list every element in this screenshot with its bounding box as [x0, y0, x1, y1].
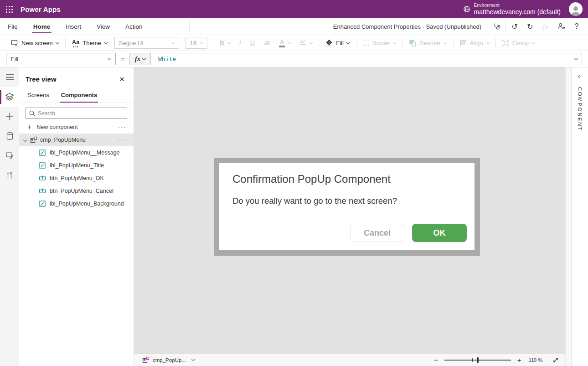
- zoom-slider[interactable]: [444, 357, 511, 363]
- strikethrough-button[interactable]: ab: [259, 36, 274, 49]
- avatar[interactable]: [569, 2, 583, 16]
- ok-button[interactable]: OK: [412, 224, 467, 242]
- environment-name: matthewdevaney.com (default): [474, 8, 561, 15]
- underline-button[interactable]: U: [246, 36, 259, 49]
- chevron-down-icon: [191, 357, 195, 361]
- tree-item-component[interactable]: cmp_PopUpMenu ···: [19, 134, 134, 146]
- tab-screens[interactable]: Screens: [27, 89, 49, 103]
- theme-button[interactable]: Aa Theme: [67, 36, 112, 49]
- tree-item-label: lbl_PopUpMenu__Message: [50, 149, 120, 156]
- app-title: Power Apps: [21, 5, 61, 13]
- chevron-down-icon: [227, 40, 231, 44]
- formula-expand-chevron-icon[interactable]: [574, 57, 578, 60]
- tree-item-button-cancel[interactable]: btn_PopUpMenu_Cancel: [19, 185, 134, 197]
- property-select[interactable]: Fill: [6, 53, 116, 65]
- more-options-icon[interactable]: ···: [118, 124, 126, 130]
- cancel-button[interactable]: Cancel: [350, 224, 404, 242]
- tree-search-box[interactable]: [26, 108, 127, 119]
- environment-label: Environment: [474, 3, 561, 8]
- chevron-down-icon: [393, 40, 397, 44]
- current-component-name: cmp_PopUp...: [153, 357, 186, 363]
- formula-input[interactable]: [151, 56, 575, 62]
- reorder-icon: [409, 40, 416, 46]
- redo-icon[interactable]: ↻: [523, 20, 537, 33]
- undo-icon[interactable]: ↺: [508, 20, 521, 33]
- font-size-value: 16: [190, 40, 196, 46]
- italic-button[interactable]: I: [235, 36, 246, 49]
- theme-icon: Aa: [72, 39, 80, 47]
- popup-background-overlay[interactable]: Confirmation PopUp Component Do you real…: [214, 158, 480, 256]
- more-options-icon[interactable]: ···: [118, 137, 126, 143]
- font-color-icon: A: [279, 39, 285, 47]
- chevron-down-icon[interactable]: [23, 138, 27, 142]
- chevron-down-icon: [108, 57, 111, 60]
- globe-icon: [463, 5, 470, 13]
- zoom-in-button[interactable]: +: [517, 356, 521, 363]
- rail-hamburger-icon[interactable]: [0, 67, 19, 87]
- fill-label: Fill: [336, 40, 344, 46]
- close-icon[interactable]: ×: [117, 74, 127, 84]
- rail-data-icon[interactable]: [0, 126, 19, 146]
- formula-input-box: fx: [129, 53, 582, 65]
- divider: [488, 21, 488, 31]
- waffle-menu-icon[interactable]: [0, 0, 18, 18]
- new-screen-button[interactable]: New screen: [6, 36, 63, 49]
- zoom-out-button[interactable]: −: [434, 356, 438, 363]
- tree-item-label-title[interactable]: lbl_PopUpMenu_Title: [19, 159, 134, 172]
- equals-sign: =: [116, 55, 129, 63]
- tree-item-button-ok[interactable]: btn_PopUpMenu_OK: [19, 172, 134, 185]
- button-control-icon: [39, 175, 46, 182]
- menu-insert[interactable]: Insert: [58, 18, 89, 35]
- border-label: Border: [372, 40, 390, 46]
- help-icon[interactable]: ?: [570, 20, 583, 33]
- menu-home[interactable]: Home: [26, 18, 58, 35]
- component-icon: [142, 356, 150, 364]
- current-component-selector[interactable]: cmp_PopUp...: [142, 356, 195, 364]
- divider: [402, 38, 403, 48]
- reorder-button[interactable]: Reorder: [405, 36, 451, 49]
- share-person-icon[interactable]: [554, 20, 568, 33]
- zoom-slider-handle[interactable]: [477, 357, 479, 363]
- property-value: Fill: [11, 56, 18, 62]
- design-canvas[interactable]: Confirmation PopUp Component Do you real…: [134, 67, 565, 353]
- new-component-label: New component: [36, 124, 77, 130]
- tab-components[interactable]: Components: [61, 89, 97, 103]
- canvas-scrollbar[interactable]: [565, 67, 571, 366]
- rail-advanced-tools-icon[interactable]: [0, 165, 19, 185]
- text-align-button[interactable]: [295, 36, 317, 49]
- font-size-select[interactable]: 16: [186, 37, 207, 49]
- fx-button[interactable]: fx: [130, 53, 151, 65]
- tree-item-label: lbl_PopUpMenu_Title: [50, 162, 104, 169]
- environment-picker[interactable]: Environment matthewdevaney.com (default): [463, 3, 561, 15]
- tree-item-label-background[interactable]: lbl_PopUpMenu_Background: [19, 197, 134, 210]
- fx-icon: fx: [135, 55, 141, 63]
- expand-panel-button[interactable]: [572, 67, 588, 84]
- divider: [505, 21, 506, 31]
- tree-view-tabs: Screens Components: [19, 89, 134, 103]
- tree-item-label: btn_PopUpMenu_OK: [50, 175, 104, 181]
- align-button[interactable]: Align: [455, 36, 494, 49]
- confirmation-dialog[interactable]: Confirmation PopUp Component Do you real…: [219, 163, 475, 250]
- rail-insert-icon[interactable]: [0, 107, 19, 126]
- new-component-button[interactable]: + New component ···: [19, 121, 134, 134]
- tree-item-label-message[interactable]: lbl_PopUpMenu__Message: [19, 146, 134, 159]
- fit-to-window-icon[interactable]: [552, 357, 559, 363]
- bold-button[interactable]: B: [215, 36, 235, 49]
- chevron-down-icon: [103, 40, 107, 44]
- left-rail: [0, 67, 19, 366]
- group-button[interactable]: Group: [498, 36, 539, 49]
- border-button[interactable]: Border: [358, 36, 401, 49]
- menu-file[interactable]: File: [0, 18, 26, 35]
- align-label: Align: [470, 40, 483, 46]
- menu-view[interactable]: View: [89, 18, 118, 35]
- rail-tree-view-icon[interactable]: [0, 87, 19, 107]
- rail-media-icon[interactable]: [0, 146, 19, 165]
- font-family-select[interactable]: Segoe UI: [114, 37, 179, 49]
- fill-button[interactable]: Fill: [321, 36, 354, 49]
- menu-action[interactable]: Action: [118, 18, 150, 35]
- play-preview-icon[interactable]: ▷: [539, 20, 552, 33]
- search-input[interactable]: [38, 110, 124, 117]
- app-checker-icon[interactable]: [490, 20, 504, 33]
- tree-view-panel: Tree view × Screens Components + New com…: [19, 67, 134, 366]
- font-color-button[interactable]: A: [274, 36, 295, 49]
